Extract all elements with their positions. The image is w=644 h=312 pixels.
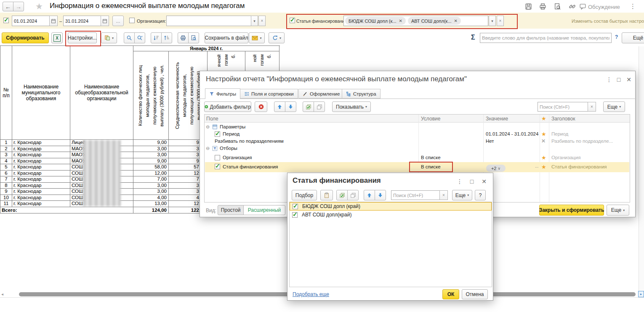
save-to-file-button[interactable]: Сохранить в файл	[205, 32, 248, 43]
value-text[interactable]: 01.01.2024 - 31.01.2024	[486, 131, 538, 136]
column-star-icon[interactable]: ★	[541, 115, 546, 122]
sort-desc-button[interactable]	[151, 32, 162, 43]
fin-tag-field[interactable]: БЮДЖ СОШ допл (к...✕ АВТ СОШ допл(к...✕	[343, 16, 488, 26]
fin-tag-2[interactable]: АВТ СОШ допл(к...✕	[408, 17, 461, 25]
fin-search-clear-button[interactable]: ×	[439, 190, 448, 200]
column-value[interactable]: Значение	[486, 116, 508, 122]
discussion-icon[interactable]	[579, 3, 586, 10]
move-up-button[interactable]	[274, 101, 285, 112]
add-filter-button[interactable]: Добавить фильтр	[204, 101, 251, 112]
dialog-menu-icon[interactable]: ⋮	[605, 75, 613, 84]
filter-group-selections[interactable]: ⊖ Отборы	[205, 145, 630, 152]
decrypt-button[interactable]: ▾	[269, 32, 285, 43]
dialog-maximize-icon[interactable]: □	[468, 177, 476, 186]
search-reset-button[interactable]	[134, 32, 145, 43]
org-checkbox[interactable]	[129, 18, 135, 23]
star-icon[interactable]: ★	[541, 164, 546, 170]
item-checkbox[interactable]: ✓	[292, 212, 298, 218]
view-simple-button[interactable]: Простой	[218, 205, 244, 215]
dialog-close-icon[interactable]: ✕	[625, 75, 633, 84]
sort-asc-button[interactable]	[161, 32, 172, 43]
org-input[interactable]	[166, 16, 251, 26]
back-button[interactable]: ←	[3, 2, 13, 11]
sum-sigma-icon[interactable]: Σ	[471, 34, 475, 41]
pick-button[interactable]: Подбор	[292, 190, 317, 200]
item-checkbox[interactable]: ✓	[293, 204, 298, 209]
show-button[interactable]: Показывать▾	[332, 101, 371, 112]
tab-structure[interactable]: Структура	[342, 89, 381, 99]
period-to-input[interactable]	[63, 16, 101, 26]
header-text[interactable]: Статья финансирования	[551, 164, 607, 169]
favorite-star-icon[interactable]: ★	[35, 1, 43, 11]
fin-search-input[interactable]	[391, 190, 440, 200]
tab-filters[interactable]: Фильтры	[205, 88, 240, 99]
uncheck-all-button[interactable]	[347, 190, 359, 200]
forward-button[interactable]: →	[13, 2, 24, 11]
condition-text[interactable]: В списке	[421, 164, 441, 169]
delete-filter-button[interactable]	[255, 101, 267, 112]
print-button[interactable]	[178, 32, 189, 43]
filter-row-split[interactable]: Разбивать по подразделениям Нет ✕ Разбив…	[205, 138, 630, 145]
list-item[interactable]: ✓ АВТ СОШ допл(край)	[290, 211, 492, 219]
uncheck-all-button[interactable]	[314, 101, 325, 112]
filter-group-parameters[interactable]: ⊖ Параметры	[205, 123, 630, 131]
fin-help-button[interactable]: ?	[475, 190, 486, 200]
fin-clear-button[interactable]: ×	[497, 16, 504, 26]
remove-tag-icon[interactable]: ✕	[454, 19, 458, 23]
paste-button[interactable]	[320, 190, 333, 200]
view-advanced-button[interactable]: Расширенный	[243, 205, 285, 215]
period-row-checkbox[interactable]: ✓	[215, 131, 220, 137]
check-all-button[interactable]	[303, 101, 314, 112]
no-title-icon[interactable]: ✕	[541, 138, 546, 144]
pick-more-link[interactable]: Подобрать еще	[293, 291, 329, 297]
move-down-button[interactable]	[285, 101, 296, 112]
list-item[interactable]: ✓ БЮДЖ СОШ допл (край)	[290, 202, 492, 211]
toolbar-more-button[interactable]: Ещё▾	[622, 32, 644, 43]
filter-row-org[interactable]: Организация В списке ★ Организация	[205, 154, 630, 161]
fin-checkbox[interactable]: ✓	[290, 18, 295, 23]
value-text[interactable]: Нет	[486, 139, 494, 144]
period-checkbox[interactable]: ✓	[3, 18, 9, 23]
report-variants-button[interactable]: ▾	[101, 32, 117, 43]
column-field[interactable]: Поле	[206, 116, 218, 122]
settings-search-input[interactable]	[538, 102, 588, 112]
discussion-label[interactable]: Обсуждение	[588, 4, 620, 10]
dialog-menu-icon[interactable]: ⋮	[455, 177, 464, 186]
print-icon[interactable]	[539, 3, 546, 10]
header-text[interactable]: Организация	[551, 155, 580, 160]
star-icon[interactable]: ★	[541, 131, 546, 137]
column-header[interactable]: Заголовок	[551, 116, 575, 122]
tab-appearance[interactable]: Оформление	[298, 89, 344, 99]
org-clear-button[interactable]: ×	[258, 16, 266, 26]
collapse-icon[interactable]: ⊖	[206, 146, 210, 151]
filter-row-period[interactable]: ✓ Период 01.01.2024 - 31.01.2024 ★ Перио…	[205, 131, 630, 138]
preview-icon[interactable]	[554, 3, 561, 10]
settings-search-clear-button[interactable]: ×	[588, 102, 596, 112]
excel-button[interactable]: X	[51, 32, 63, 43]
dialog-maximize-icon[interactable]: □	[615, 75, 623, 84]
value-count-pill[interactable]: +2∨	[486, 165, 506, 172]
vertical-scrollbar[interactable]	[639, 46, 644, 291]
org-dropdown-button[interactable]: ▾	[251, 16, 258, 26]
period-from-input[interactable]	[12, 16, 50, 26]
move-down-button[interactable]	[375, 190, 386, 200]
header-text[interactable]: Разбивать по подразделе...	[551, 139, 613, 144]
value-more-button[interactable]: ...	[535, 164, 538, 168]
filter-word-input[interactable]	[480, 33, 612, 43]
period-from-calendar-button[interactable]	[49, 16, 58, 26]
move-up-button[interactable]	[364, 190, 375, 200]
dialog-close-icon[interactable]: ✕	[480, 177, 488, 186]
save-icon[interactable]	[525, 3, 532, 10]
header-text[interactable]: Период	[551, 131, 568, 136]
check-all-button[interactable]	[336, 190, 348, 200]
collapse-icon[interactable]: ⊖	[206, 124, 210, 130]
search-button[interactable]	[124, 32, 135, 43]
total-row[interactable]: Всего:124,00122,00	[0, 207, 208, 213]
filter-row-fin[interactable]: ✓ Статья финансирования В списке +2∨ ...…	[205, 162, 629, 172]
fin-dropdown-button[interactable]: ▾	[489, 16, 496, 26]
column-condition[interactable]: Условие	[421, 116, 440, 122]
period-to-calendar-button[interactable]	[101, 16, 109, 26]
fin-more-button[interactable]: Еще▾	[452, 190, 472, 200]
generate-button[interactable]: Сформировать	[2, 32, 49, 43]
window-menu-icon[interactable]: ⋮	[630, 3, 636, 10]
